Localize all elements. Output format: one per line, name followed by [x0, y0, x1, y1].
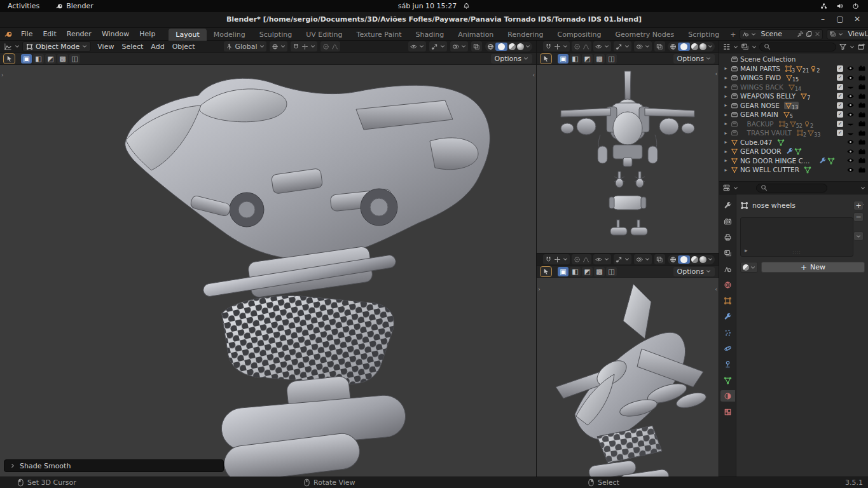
new-scene-icon[interactable] [806, 30, 813, 37]
outliner-filter-image-icon[interactable] [741, 43, 749, 51]
editor-type-icon[interactable] [4, 43, 12, 51]
gizmos-dropdown[interactable] [614, 41, 631, 51]
properties-tab-render[interactable] [720, 215, 735, 227]
workspace-tab-animation[interactable]: Animation [451, 29, 500, 41]
disable-render-toggle[interactable] [858, 111, 866, 119]
expand-arrow-icon[interactable]: ▸ [723, 75, 729, 81]
hide-viewport-toggle[interactable] [846, 147, 855, 156]
active-tool-cursor-button[interactable] [541, 267, 551, 276]
workspace-tab-scripting[interactable]: Scripting [681, 29, 726, 41]
disable-render-toggle[interactable] [858, 83, 866, 91]
outliner-item-gear-door[interactable]: ▸GEAR DOOR [719, 147, 868, 156]
proportional-edit-group[interactable] [572, 41, 591, 51]
disable-render-toggle[interactable] [858, 64, 866, 72]
disable-render-toggle[interactable] [858, 92, 866, 100]
new-material-button[interactable]: + New [761, 262, 865, 273]
outliner-item-gear-main[interactable]: ▸GEAR MAIN5✓ [719, 110, 868, 119]
properties-tab-output[interactable] [720, 231, 735, 243]
hide-viewport-toggle[interactable] [846, 129, 855, 137]
overlays-dropdown[interactable] [634, 41, 652, 51]
shading-wireframe-button[interactable] [670, 256, 677, 263]
browse-material-dropdown[interactable] [740, 262, 758, 273]
properties-tab-tool[interactable] [720, 200, 735, 211]
exclude-checkbox[interactable]: ✓ [837, 102, 843, 109]
workspace-tab-compositing[interactable]: Compositing [551, 29, 609, 41]
shading-solid-button[interactable] [495, 43, 507, 51]
workspace-tab-rendering[interactable]: Rendering [500, 29, 550, 41]
viewport-main-canvas[interactable]: › ‹ [0, 65, 536, 477]
properties-tab-view-layer[interactable] [720, 247, 735, 259]
remove-slot-button[interactable]: − [853, 212, 864, 222]
filter-funnel-icon[interactable] [839, 43, 847, 51]
active-tool-cursor-button[interactable] [541, 54, 551, 64]
sidebar-expand-arrow[interactable]: ‹ [715, 287, 717, 292]
select-mode-new-button[interactable]: ▣ [558, 54, 568, 64]
pivot-point-dropdown[interactable] [270, 41, 287, 51]
shading-wireframe-button[interactable] [487, 43, 494, 50]
exclude-checkbox[interactable]: ✓ [837, 130, 843, 136]
hide-viewport-toggle[interactable] [846, 156, 855, 165]
shading-rendered-button[interactable] [699, 43, 706, 50]
sidebar-expand-arrow[interactable]: ‹ [532, 72, 535, 78]
gizmos-dropdown[interactable] [429, 41, 447, 51]
hide-viewport-toggle[interactable] [846, 111, 855, 119]
menu-render[interactable]: Render [62, 29, 96, 39]
expand-arrow-icon[interactable]: ▸ [723, 139, 729, 145]
outliner-item-weapons-belly[interactable]: ▸WEAPONS BELLY7✓ [719, 92, 868, 101]
minimize-button[interactable]: – [818, 15, 827, 24]
select-mode-invert-button[interactable]: ▩ [594, 267, 605, 276]
add-slot-button[interactable]: + [853, 201, 864, 210]
menu-help[interactable]: Help [135, 29, 160, 39]
disable-render-toggle[interactable] [858, 147, 866, 156]
gizmos-dropdown[interactable] [614, 254, 631, 264]
select-mode-invert-button[interactable]: ▩ [594, 54, 605, 64]
toolbar-expand-arrow[interactable]: › [1, 72, 4, 78]
disable-render-toggle[interactable] [858, 156, 866, 165]
resize-grip[interactable]: :::: [792, 250, 801, 255]
properties-editor-type-icon[interactable] [722, 184, 731, 192]
exclude-checkbox[interactable]: ✓ [837, 121, 843, 127]
outliner-item-wings-fwd[interactable]: ▸WINGS FWD15✓ [719, 73, 868, 83]
workspace-tab-sculpting[interactable]: Sculpting [252, 29, 299, 41]
shading-solid-button[interactable] [678, 255, 690, 264]
network-icon[interactable] [820, 3, 827, 10]
select-mode-intersect-button[interactable]: ◫ [606, 267, 617, 276]
outliner-item-backup[interactable]: ▸__BACKUP2522✓ [719, 119, 868, 129]
expand-arrow-icon[interactable]: ▸ [723, 112, 729, 118]
hide-viewport-toggle[interactable] [846, 74, 855, 82]
overlays-dropdown[interactable] [450, 41, 468, 51]
outliner-item-wings-back[interactable]: ▸WINGS BACK14✓ [719, 83, 868, 92]
viewport-front-canvas[interactable]: ‹ [537, 65, 719, 253]
outliner-item-cube-047[interactable]: ▸Cube.047 [719, 138, 868, 147]
hide-viewport-toggle[interactable] [846, 138, 855, 146]
select-mode-extend-button[interactable]: ◧ [570, 267, 581, 276]
active-tool-cursor-button[interactable] [4, 54, 15, 64]
close-button[interactable]: ✕ [853, 15, 862, 24]
select-mode-subtract-button[interactable]: ◩ [582, 54, 593, 64]
outliner-item-main-parts[interactable]: ▸MAIN PARTS3212✓ [719, 64, 868, 74]
expand-arrow-icon[interactable]: ▸ [723, 65, 729, 71]
viewport-perspective-canvas[interactable]: › ‹ [537, 278, 719, 477]
scene-selector[interactable]: Scene [740, 29, 823, 39]
viewport-menu-select[interactable]: Select [118, 41, 147, 52]
disable-render-toggle[interactable] [858, 74, 866, 82]
expand-arrow-icon[interactable]: ▸ [723, 102, 729, 108]
properties-tab-physics[interactable] [720, 342, 735, 354]
shading-wireframe-button[interactable] [670, 43, 677, 50]
unlink-scene-icon[interactable] [815, 31, 820, 37]
select-mode-intersect-button[interactable]: ◫ [606, 54, 617, 64]
xray-toggle[interactable] [471, 41, 482, 51]
options-dropdown[interactable]: Options [673, 54, 715, 64]
hide-viewport-toggle[interactable] [846, 92, 855, 100]
properties-tab-material[interactable] [720, 390, 735, 402]
disable-render-toggle[interactable] [858, 129, 866, 137]
options-dropdown[interactable]: Options [673, 267, 715, 276]
outliner-item-scene-collection[interactable]: Scene Collection [719, 55, 868, 64]
focused-app-menu[interactable]: Blender [56, 2, 93, 10]
select-mode-subtract-button[interactable]: ◩ [45, 54, 56, 64]
material-slots-list[interactable]: ▸ :::: [740, 217, 853, 257]
menu-window[interactable]: Window [97, 29, 134, 39]
outliner-item-ng-well-cutter[interactable]: ▸NG WELL CUTTER [719, 165, 868, 175]
hide-viewport-toggle[interactable] [846, 101, 855, 109]
mode-dropdown[interactable]: Object Mode [22, 41, 91, 51]
